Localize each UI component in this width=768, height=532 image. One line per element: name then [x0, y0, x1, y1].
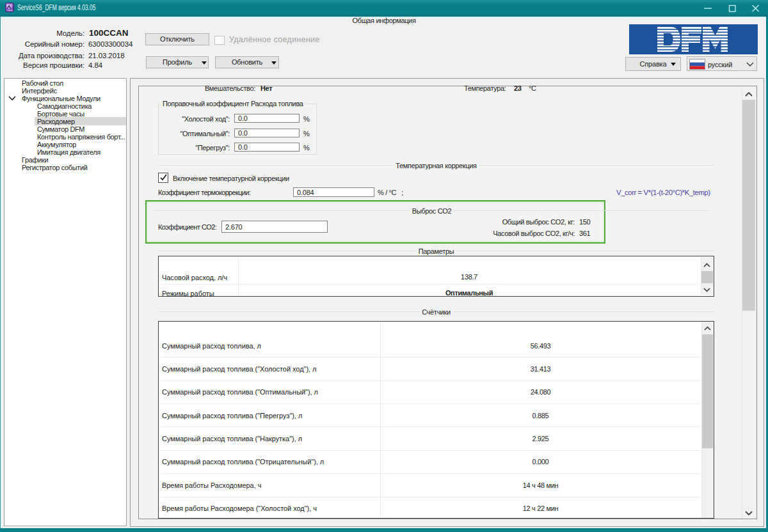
- svg-text:DFM: DFM: [8, 10, 13, 12]
